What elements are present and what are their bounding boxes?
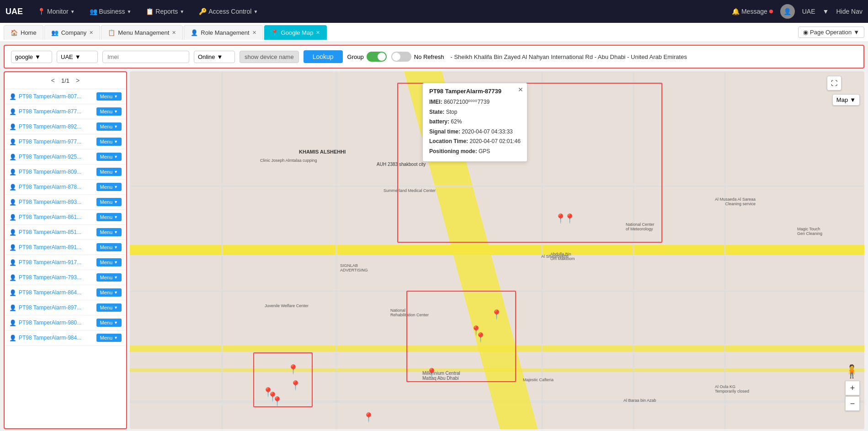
- hide-nav-button[interactable]: Hide Nav: [836, 8, 863, 15]
- device-name-text: PT98 TamperAlarm-878...: [19, 184, 81, 190]
- map-pin-red-5[interactable]: 📍: [272, 396, 283, 407]
- device-menu-button[interactable]: Menu ▼: [96, 258, 122, 266]
- close-tab-menu[interactable]: ✕: [172, 30, 176, 36]
- map-pin-5[interactable]: 📍: [475, 332, 486, 343]
- zoom-out-button[interactable]: −: [845, 396, 860, 411]
- device-menu-button[interactable]: Menu ▼: [96, 138, 122, 146]
- device-name[interactable]: 👤 PT98 TamperAlarm-877...: [9, 108, 96, 115]
- map-background[interactable]: KHAMIS ALSHEHHI AUH 2383 shakboot city C…: [130, 71, 864, 429]
- list-item: 👤 PT98 TamperAlarm-864... Menu ▼: [5, 285, 126, 300]
- device-name[interactable]: 👤 PT98 TamperAlarm-980...: [9, 319, 96, 326]
- device-menu-button[interactable]: Menu ▼: [96, 183, 122, 191]
- device-menu-button[interactable]: Menu ▼: [96, 92, 122, 101]
- device-menu-button[interactable]: Menu ▼: [96, 288, 122, 297]
- chevron-down-icon: ▼: [114, 305, 118, 310]
- device-menu-button[interactable]: Menu ▼: [96, 228, 122, 236]
- map-label-khamis: KHAMIS ALSHEHHI: [299, 149, 346, 154]
- zoom-in-button[interactable]: +: [845, 381, 860, 395]
- list-item: 👤 PT98 TamperAlarm-980... Menu ▼: [5, 315, 126, 330]
- device-menu-button[interactable]: Menu ▼: [96, 303, 122, 312]
- device-name[interactable]: 👤 PT98 TamperAlarm-925...: [9, 154, 96, 160]
- map-pin-6[interactable]: 📍: [426, 367, 437, 378]
- tab-role-management[interactable]: 👤 Role Management ✕: [184, 25, 263, 40]
- tab-menu-management[interactable]: 📋 Menu Management ✕: [101, 25, 183, 40]
- nav-reports[interactable]: 📋 Reports ▼: [142, 6, 188, 17]
- tab-company[interactable]: 👥 Company ✕: [44, 25, 101, 40]
- device-menu-button[interactable]: Menu ▼: [96, 168, 122, 176]
- popup-signal-row: Signal time: 2020-04-07 04:33:33: [429, 127, 521, 137]
- device-name[interactable]: 👤 PT98 TamperAlarm-917...: [9, 259, 96, 266]
- device-name[interactable]: 👤 PT98 TamperAlarm-897...: [9, 304, 96, 311]
- device-name[interactable]: 👤 PT98 TamperAlarm-809...: [9, 169, 96, 176]
- device-menu-button[interactable]: Menu ▼: [96, 107, 122, 116]
- device-name[interactable]: 👤 PT98 TamperAlarm-878...: [9, 184, 96, 191]
- tab-google-map[interactable]: 📍 Google Map ✕: [264, 25, 327, 40]
- device-name[interactable]: 👤 PT98 TamperAlarm-864...: [9, 289, 96, 296]
- list-item: 👤 PT98 TamperAlarm-878... Menu ▼: [5, 180, 126, 195]
- imei-input[interactable]: [102, 51, 189, 63]
- map-pin-2[interactable]: 📍: [564, 213, 575, 224]
- nav-business[interactable]: 👥 Business ▼: [86, 6, 135, 17]
- device-sidebar: < 1/1 > 👤 PT98 TamperAlarm-807... Menu ▼…: [4, 71, 127, 429]
- device-name[interactable]: 👤 PT98 TamperAlarm-893...: [9, 199, 96, 206]
- map-pin-3[interactable]: 📍: [491, 309, 502, 320]
- device-status-icon: 👤: [9, 123, 16, 130]
- no-refresh-switch[interactable]: [391, 52, 411, 62]
- page-operation-button[interactable]: ◉ Page Operation ▼: [798, 27, 864, 38]
- map-pin-7[interactable]: 📍: [363, 412, 374, 423]
- region-select[interactable]: UAE ▼: [57, 51, 98, 63]
- device-name[interactable]: 👤 PT98 TamperAlarm-977...: [9, 138, 96, 145]
- map-pin-red-2[interactable]: 📍: [290, 380, 301, 391]
- device-menu-button[interactable]: Menu ▼: [96, 334, 122, 342]
- device-name[interactable]: 👤 PT98 TamperAlarm-984...: [9, 335, 96, 341]
- group-toggle-switch[interactable]: [367, 52, 387, 62]
- access-icon: 🔑: [199, 8, 207, 15]
- list-item: 👤 PT98 TamperAlarm-793... Menu ▼: [5, 270, 126, 285]
- device-menu-button[interactable]: Menu ▼: [96, 213, 122, 221]
- lookup-button[interactable]: Lookup: [304, 50, 343, 63]
- map-fullscreen-button[interactable]: ⛶: [827, 76, 841, 90]
- close-tab-role[interactable]: ✕: [252, 30, 256, 36]
- message-button[interactable]: 🔔 Message: [732, 8, 773, 15]
- device-name[interactable]: 👤 PT98 TamperAlarm-861...: [9, 214, 96, 221]
- home-icon: 🏠: [11, 29, 18, 36]
- close-tab-company[interactable]: ✕: [89, 30, 93, 36]
- device-name[interactable]: 👤 PT98 TamperAlarm-793...: [9, 274, 96, 281]
- chevron-down-icon: ▼: [253, 9, 258, 14]
- group-toggle[interactable]: Group: [347, 52, 387, 62]
- device-menu-button[interactable]: Menu ▼: [96, 122, 122, 131]
- device-menu-button[interactable]: Menu ▼: [96, 243, 122, 251]
- show-device-name-button[interactable]: show device name: [240, 51, 299, 63]
- close-popup-button[interactable]: ✕: [518, 86, 523, 93]
- red-box-bottom-left-region: [253, 352, 313, 407]
- map-label-signlab: SIGNLABADVERTISING: [340, 263, 368, 272]
- device-status-icon: 👤: [9, 319, 16, 326]
- prev-page-button[interactable]: <: [48, 76, 58, 85]
- device-menu-button[interactable]: Menu ▼: [96, 153, 122, 161]
- map-type-selector[interactable]: Map ▼: [832, 94, 860, 106]
- device-menu-button[interactable]: Menu ▼: [96, 198, 122, 206]
- top-navigation: UAE 📍 Monitor ▼ 👥 Business ▼ 📋 Reports ▼…: [0, 0, 868, 23]
- device-menu-button[interactable]: Menu ▼: [96, 319, 122, 327]
- device-menu-button[interactable]: Menu ▼: [96, 273, 122, 282]
- device-name[interactable]: 👤 PT98 TamperAlarm-807...: [9, 93, 96, 100]
- device-name-text: PT98 TamperAlarm-925...: [19, 154, 81, 160]
- next-page-button[interactable]: >: [73, 76, 82, 85]
- status-select[interactable]: Online ▼: [194, 51, 235, 63]
- device-name-text: PT98 TamperAlarm-984...: [19, 335, 81, 341]
- device-name-text: PT98 TamperAlarm-897...: [19, 304, 81, 311]
- no-refresh-toggle[interactable]: No Refresh: [391, 52, 444, 62]
- nav-monitor[interactable]: 📍 Monitor ▼: [34, 6, 79, 17]
- nav-access-control[interactable]: 🔑 Access Control ▼: [195, 6, 261, 17]
- list-item: 👤 PT98 TamperAlarm-925... Menu ▼: [5, 149, 126, 165]
- close-tab-map[interactable]: ✕: [316, 30, 320, 36]
- device-name[interactable]: 👤 PT98 TamperAlarm-851...: [9, 229, 96, 236]
- street-view-button[interactable]: 🧍: [844, 364, 860, 379]
- tab-home[interactable]: 🏠 Home: [4, 25, 43, 40]
- device-name[interactable]: 👤 PT98 TamperAlarm-892...: [9, 123, 96, 130]
- map-pin-red-1[interactable]: 📍: [288, 364, 299, 375]
- user-avatar[interactable]: 👤: [780, 4, 795, 19]
- device-name[interactable]: 👤 PT98 TamperAlarm-891...: [9, 244, 96, 251]
- source-select[interactable]: google ▼: [11, 51, 52, 63]
- chevron-down-icon: ▼: [114, 245, 118, 250]
